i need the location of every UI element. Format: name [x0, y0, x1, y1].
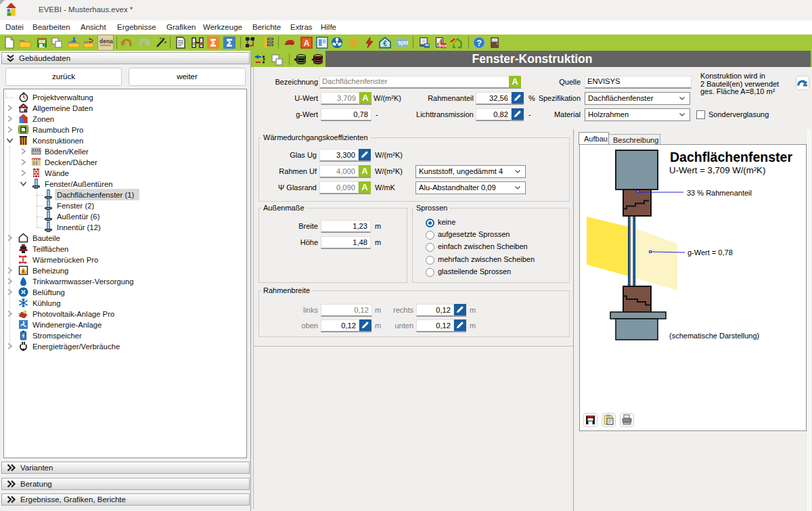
- svg-text:Dachflächenfenster: Dachflächenfenster: [670, 150, 792, 164]
- svg-text:5|55: 5|55: [398, 40, 408, 46]
- svg-text:A: A: [304, 39, 310, 48]
- svg-text:g-Wert = 0,78: g-Wert = 0,78: [687, 248, 733, 257]
- svg-text:U-Wert = 3,709 W/(m²K): U-Wert = 3,709 W/(m²K): [669, 165, 765, 175]
- svg-text:(schematische Darstellung): (schematische Darstellung): [669, 332, 759, 340]
- svg-text:33 % Rahmenanteil: 33 % Rahmenanteil: [687, 189, 752, 197]
- svg-text:PDF: PDF: [440, 44, 447, 48]
- svg-text:€: €: [383, 40, 387, 47]
- svg-text:?: ?: [476, 39, 482, 48]
